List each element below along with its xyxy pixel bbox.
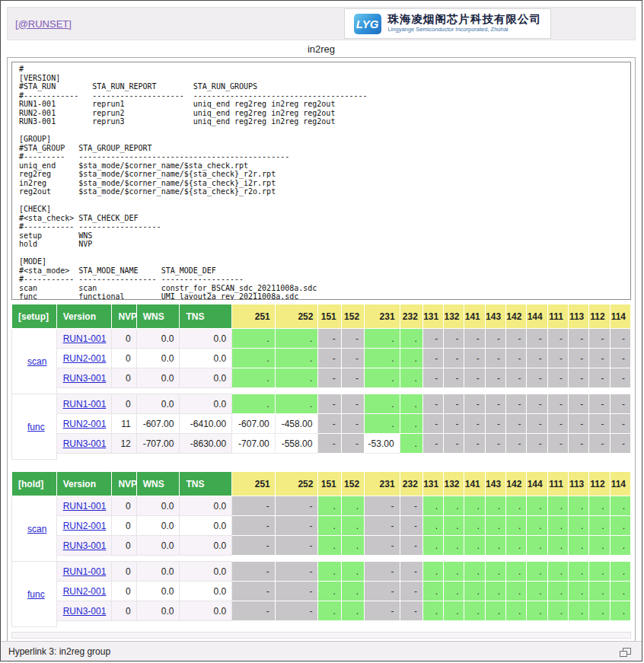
corner-cell-114: - (610, 368, 630, 388)
run-link[interactable]: RUN1-001 (63, 399, 107, 410)
corner-cell-232: . (400, 394, 422, 414)
corner-cell-142: - (506, 349, 527, 368)
corner-cell-142: . (506, 496, 527, 516)
corner-cell-112: - (589, 368, 610, 388)
group-link-func[interactable]: func (27, 422, 45, 432)
corner-cell-144: . (527, 601, 547, 621)
run-link[interactable]: RUN3-001 (63, 438, 107, 449)
corner-cell-231: - (365, 496, 400, 516)
corner-cell-113: - (568, 329, 588, 349)
run-link[interactable]: RUN2-001 (63, 521, 107, 531)
spacer-cell (56, 388, 630, 394)
corner-cell-152: - (341, 434, 364, 454)
run-link[interactable]: RUN2-001 (63, 353, 107, 364)
corner-cell-131: . (422, 496, 443, 516)
group-link-scan[interactable]: scan (27, 356, 46, 367)
corner-cell-114: - (610, 394, 630, 414)
corner-cell-231: - (365, 562, 400, 582)
corner-cell-113: - (568, 394, 588, 414)
corner-cell-114: . (610, 516, 630, 536)
col-header-tns: TNS (180, 304, 232, 329)
company-name-cn: 珠海凌烟阁芯片科技有限公司 (388, 14, 542, 26)
runset-link[interactable]: @RUNSET (18, 18, 69, 30)
col-header-nvp: NVP (112, 304, 136, 329)
wns-cell: -607.00 (136, 414, 180, 434)
corner-cell-132: - (444, 329, 464, 349)
col-header-corner-132: 132 (444, 472, 464, 496)
corner-cell-113: . (568, 601, 588, 621)
group-link-func[interactable]: func (27, 589, 45, 600)
run-row: RUN2-00100.00.0..--..---------- (12, 349, 631, 368)
run-link[interactable]: RUN3-001 (63, 540, 107, 551)
corner-cell-114: - (610, 329, 630, 349)
run-link[interactable]: RUN1-001 (63, 333, 107, 344)
corner-cell-151: . (318, 601, 341, 621)
report-page: [@RUNSET] LYG 珠海凌烟阁芯片科技有限公司 Lingyange Se… (0, 0, 642, 661)
tns-cell: 0.0 (180, 349, 232, 368)
corner-cell-112: . (589, 601, 610, 621)
tns-cell: 0.0 (180, 562, 232, 582)
corner-cell-112: . (589, 562, 610, 582)
run-link[interactable]: RUN1-001 (63, 566, 107, 577)
col-header-corner-111: 111 (547, 472, 568, 496)
content-panel: # [VERSION] #STA_RUN STA_RUN_REPORT STA_… (7, 57, 636, 643)
runset-breadcrumb: [@RUNSET] (15, 18, 72, 30)
corner-cell-252: - (275, 562, 318, 582)
corner-cell-232: . (400, 434, 422, 454)
run-row: RUN2-00100.00.0--..--.......... (12, 516, 631, 536)
company-name-en: Lingyange Semiconductor Incorporated, Zh… (388, 27, 542, 33)
corner-cell-141: - (464, 329, 485, 349)
corner-cell-113: . (568, 562, 588, 582)
run-link[interactable]: RUN3-001 (63, 373, 107, 384)
corner-cell-142: - (506, 394, 527, 414)
corner-cell-132: - (444, 368, 464, 388)
run-row: RUN3-00112-707.00-8630.00-707.00-558.00-… (12, 434, 631, 454)
wns-cell: 0.0 (136, 562, 180, 582)
corner-cell-111: . (547, 536, 568, 556)
corner-cell-112: . (589, 582, 610, 601)
corner-cell-232: - (400, 582, 422, 601)
version-cell: RUN3-001 (56, 601, 112, 621)
corner-cell-152: . (341, 601, 364, 621)
col-header-corner-112: 112 (589, 304, 610, 329)
col-header-corner-131: 131 (422, 472, 443, 496)
group-spacer-row (12, 621, 631, 627)
corner-cell-131: . (422, 536, 443, 556)
version-cell: RUN2-001 (56, 349, 112, 368)
corner-cell-144: . (527, 516, 547, 536)
corner-cell-144: . (527, 562, 547, 582)
version-cell: RUN1-001 (56, 394, 112, 414)
corner-cell-111: . (547, 562, 568, 582)
corner-cell-151: . (318, 536, 341, 556)
group-spacer-row (12, 388, 631, 394)
col-header-corner-114: 114 (610, 472, 630, 496)
run-link[interactable]: RUN2-001 (63, 586, 107, 597)
group-link-scan[interactable]: scan (27, 524, 46, 534)
corner-cell-144: - (527, 434, 547, 454)
corner-cell-141: - (464, 394, 485, 414)
corner-cell-152: . (341, 582, 364, 601)
run-link[interactable]: RUN3-001 (63, 606, 107, 617)
corner-cell-113: . (568, 536, 588, 556)
corner-cell-251: - (232, 536, 276, 556)
corner-cell-232: - (400, 562, 422, 582)
corner-cell-144: . (527, 536, 547, 556)
corner-cell-252: - (275, 516, 318, 536)
tns-cell: 0.0 (180, 496, 232, 516)
col-header-corner-252: 252 (275, 304, 318, 329)
corner-cell-231: -53.00 (365, 434, 400, 454)
col-header-version: Version (56, 304, 112, 329)
corner-cell-232: - (400, 516, 422, 536)
run-link[interactable]: RUN1-001 (63, 501, 107, 512)
corner-cell-142: . (506, 601, 527, 621)
col-header-nvp: NVP (112, 472, 136, 496)
corner-cell-151: . (318, 496, 341, 516)
corner-cell-152: - (341, 368, 364, 388)
col-header-corner-143: 143 (485, 304, 505, 329)
popout-window-icon[interactable] (623, 648, 631, 655)
run-link[interactable]: RUN2-001 (63, 419, 107, 429)
corner-cell-152: - (341, 329, 364, 349)
col-header-corner-252: 252 (275, 472, 318, 496)
corner-cell-152: . (341, 562, 364, 582)
corner-cell-131: - (422, 368, 443, 388)
